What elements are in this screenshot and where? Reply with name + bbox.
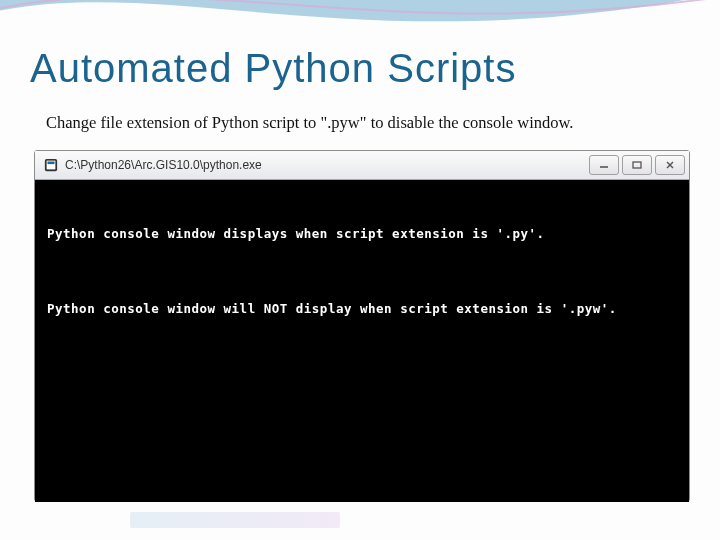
python-console-icon: [43, 157, 59, 173]
window-titlebar: C:\Python26\Arc.GIS10.0\python.exe: [35, 151, 689, 180]
overlay-source: Source: http://docs.python.org/2/tutoria…: [116, 460, 536, 478]
console-line: Python console window displays when scri…: [47, 226, 677, 241]
decorative-accent: [130, 512, 340, 528]
maximize-icon: [632, 161, 642, 169]
svg-rect-4: [633, 162, 641, 168]
minimize-icon: [599, 161, 609, 169]
close-button[interactable]: [655, 155, 685, 175]
minimize-button[interactable]: [589, 155, 619, 175]
console-window: C:\Python26\Arc.GIS10.0\python.exe Pytho…: [34, 150, 690, 502]
maximize-button[interactable]: [622, 155, 652, 175]
console-line: Python console window will NOT display w…: [47, 301, 677, 316]
window-title: C:\Python26\Arc.GIS10.0\python.exe: [65, 158, 262, 172]
slide-subtitle: Change file extension of Python script t…: [46, 113, 680, 133]
overlay-note-2: The extension can also be .pyw, in that …: [116, 406, 676, 442]
slide-title: Automated Python Scripts: [30, 46, 516, 91]
overlay-note-1: On Windows systems, there is no notion o…: [116, 336, 624, 390]
svg-rect-2: [48, 162, 55, 165]
close-icon: [665, 161, 675, 169]
